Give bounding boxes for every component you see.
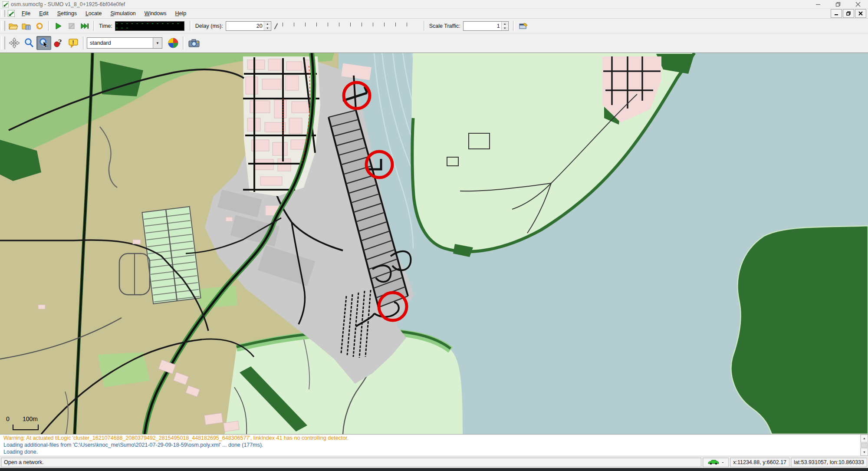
- separator: [183, 36, 184, 50]
- taskbar-edge: [0, 468, 868, 471]
- step-icon: [80, 22, 89, 30]
- locate-junction-button[interactable]: ?: [51, 36, 66, 50]
- svg-text:!: !: [72, 40, 74, 46]
- menu-help[interactable]: Help: [171, 9, 191, 18]
- zoom-button[interactable]: [22, 36, 36, 50]
- status-message: Open a network.: [1, 458, 701, 467]
- geo-dash: -: [722, 459, 723, 465]
- spin-up-icon[interactable]: ▲: [264, 22, 271, 26]
- spin-down-icon[interactable]: ▼: [502, 26, 508, 30]
- camera-icon: [188, 38, 200, 48]
- color-scheme-value: standard: [87, 40, 153, 46]
- time-label: Time:: [99, 23, 112, 29]
- zoom-cursor-icon: [39, 38, 49, 48]
- window-title: osm.sumocfg - SUMO v1_8_0+1925-6bf04e0fe…: [11, 1, 125, 7]
- separator: [83, 36, 85, 50]
- reload-icon: [35, 22, 44, 30]
- menu-locate[interactable]: Locate: [81, 9, 106, 18]
- time-display: ----------------: [115, 21, 184, 31]
- svg-text:100m: 100m: [23, 415, 38, 422]
- sumo-window: osm.sumocfg - SUMO v1_8_0+1925-6bf04e0fe…: [0, 0, 868, 471]
- spin-down-icon[interactable]: ▼: [264, 26, 271, 30]
- mdi-restore-icon[interactable]: [843, 9, 854, 18]
- mdi-close-icon[interactable]: [855, 9, 866, 18]
- camera-button[interactable]: [187, 36, 201, 50]
- network-canvas[interactable]: 0 100m: [0, 53, 868, 434]
- title-bar: osm.sumocfg - SUMO v1_8_0+1925-6bf04e0fe…: [0, 0, 868, 9]
- breakpoint-panel-icon: [519, 23, 528, 30]
- open-config-button[interactable]: [7, 20, 20, 32]
- message-line: Loading additional-files from 'C:\Users\…: [0, 441, 868, 448]
- separator: [424, 21, 425, 31]
- stop-button[interactable]: [65, 20, 78, 32]
- message-line: Warning: At actuated tlLogic 'cluster_16…: [0, 435, 868, 441]
- separator: [190, 21, 191, 31]
- view-toolbar: ? ! standard ▼: [0, 33, 868, 53]
- status-bar: Open a network. - x:11234.88, y:6602.17 …: [0, 456, 868, 468]
- toolbar-grip[interactable]: [1, 36, 5, 50]
- chevron-down-icon[interactable]: ▼: [153, 38, 162, 48]
- menu-settings[interactable]: Settings: [53, 9, 81, 18]
- message-line: Loading done.: [0, 448, 868, 455]
- tooltip-button[interactable]: !: [66, 36, 81, 50]
- stop-icon: [68, 23, 75, 30]
- network-view[interactable]: 0 100m: [0, 53, 868, 434]
- locate-junction-icon: ?: [53, 38, 64, 48]
- color-wheel-icon: [168, 37, 179, 49]
- document-icon: [8, 10, 15, 17]
- geo-indicator[interactable]: -: [703, 458, 729, 467]
- open-config-icon: [9, 22, 18, 30]
- sumo-app-icon: [3, 1, 9, 7]
- menu-bar: File Edit Settings Locate Simulation Win…: [0, 9, 868, 19]
- separator: [513, 21, 515, 31]
- delay-label: Delay (ms):: [195, 23, 223, 29]
- color-scheme-combo[interactable]: standard ▼: [87, 37, 162, 49]
- breakpoint-panel-button[interactable]: [517, 20, 530, 32]
- simulation-toolbar: Time: ---------------- Delay (ms): 20 ▲▼…: [0, 19, 868, 33]
- message-window[interactable]: Warning: At actuated tlLogic 'cluster_16…: [0, 434, 868, 456]
- color-wheel-button[interactable]: [166, 36, 181, 50]
- svg-text:?: ?: [58, 38, 62, 46]
- toolbar-grip[interactable]: [1, 21, 5, 31]
- message-scrollbar[interactable]: ▲ ▼: [860, 435, 868, 456]
- svg-text:0: 0: [6, 415, 10, 422]
- menu-simulation[interactable]: Simulation: [106, 9, 140, 18]
- minimize-icon[interactable]: [808, 0, 828, 8]
- delay-slider[interactable]: [275, 21, 418, 31]
- menu-windows[interactable]: Windows: [140, 9, 171, 18]
- scale-traffic-label: Scale Traffic:: [429, 23, 460, 29]
- play-icon: [55, 22, 62, 30]
- separator: [48, 21, 50, 31]
- delay-value[interactable]: 20: [226, 22, 264, 30]
- delay-spinner[interactable]: 20 ▲▼: [226, 21, 271, 31]
- step-button[interactable]: [78, 20, 91, 32]
- slider-ticks: [283, 23, 416, 26]
- scroll-down-icon[interactable]: ▼: [861, 448, 868, 456]
- car-icon: [708, 459, 719, 465]
- forest-island: [731, 226, 868, 434]
- play-button[interactable]: [52, 20, 65, 32]
- spin-up-icon[interactable]: ▲: [502, 22, 508, 26]
- separator: [93, 21, 95, 31]
- open-network-icon: [22, 22, 31, 30]
- reload-button[interactable]: [33, 20, 46, 32]
- cursor-xy: x:11234.88, y:6602.17: [730, 458, 789, 467]
- recenter-view-button[interactable]: [7, 36, 22, 50]
- tooltip-icon: !: [68, 38, 79, 48]
- menu-file[interactable]: File: [17, 9, 35, 18]
- slider-thumb[interactable]: [274, 23, 278, 29]
- menu-edit[interactable]: Edit: [35, 9, 53, 18]
- open-network-button[interactable]: [20, 20, 33, 32]
- zoom-cursor-button[interactable]: [36, 36, 51, 50]
- zoom-icon: [24, 38, 34, 48]
- scale-traffic-spinner[interactable]: 1 ▲▼: [463, 21, 509, 31]
- close-icon[interactable]: [848, 0, 868, 8]
- scrollbar-thumb[interactable]: [861, 443, 868, 448]
- restore-icon[interactable]: [828, 0, 848, 8]
- recenter-view-icon: [9, 37, 20, 49]
- mdi-minimize-icon[interactable]: [831, 9, 842, 18]
- toolbar-grip[interactable]: [1, 10, 5, 16]
- scroll-up-icon[interactable]: ▲: [861, 435, 868, 442]
- scale-traffic-value[interactable]: 1: [464, 22, 501, 30]
- cursor-latlon: lat:53.931057, lon:10.860333: [791, 458, 867, 467]
